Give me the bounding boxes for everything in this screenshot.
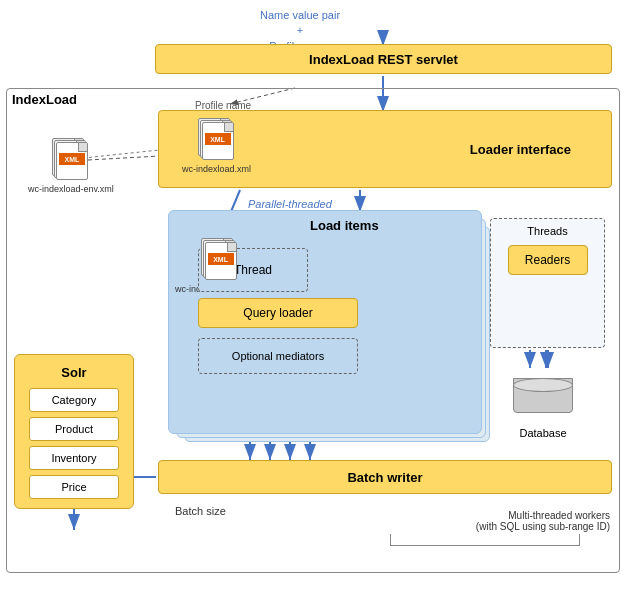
batch-writer-label: Batch writer xyxy=(347,470,422,485)
solr-box: Solr Category Product Inventory Price xyxy=(14,354,134,509)
query-loader-box: Query loader xyxy=(198,298,358,328)
database-area: Database xyxy=(498,370,588,439)
load-items-label: Load items xyxy=(310,218,379,233)
batch-writer-box: Batch writer xyxy=(158,460,612,494)
diagram-container: Name value pair + Profile name xyxy=(0,0,630,593)
query-loader-label: Query loader xyxy=(243,306,312,320)
parallel-label: Parallel-threaded xyxy=(248,198,332,210)
indexload-label: IndexLoad xyxy=(12,92,77,107)
solr-item-price: Price xyxy=(29,475,119,499)
top-label-plus: + xyxy=(297,24,303,36)
solr-item-inventory: Inventory xyxy=(29,446,119,470)
xml-main-icon: XML wc-indexload.xml xyxy=(182,118,251,174)
solr-title: Solr xyxy=(15,365,133,380)
optional-mediators-box: Optional mediators xyxy=(198,338,358,374)
threads-label: Threads xyxy=(491,225,604,237)
xml-env-icon: XML wc-indexload-env.xml xyxy=(28,138,114,194)
xml-env-label: wc-indexload-env.xml xyxy=(28,184,114,194)
solr-item-category: Category xyxy=(29,388,119,412)
loader-interface-label: Loader interface xyxy=(470,142,571,157)
batch-size-label: Batch size xyxy=(175,505,226,517)
top-label-line1: Name value pair xyxy=(260,9,340,21)
readers-box: Readers xyxy=(508,245,588,275)
xml-main-label: wc-indexload.xml xyxy=(182,164,251,174)
database-icon xyxy=(513,378,573,423)
threads-readers-box: Threads Readers xyxy=(490,218,605,348)
rest-servlet-box: IndexLoad REST servlet xyxy=(155,44,612,74)
multi-threaded-label: Multi-threaded workers(with SQL using su… xyxy=(390,510,610,546)
optional-mediators-label: Optional mediators xyxy=(232,350,324,362)
readers-label: Readers xyxy=(525,253,570,267)
rest-servlet-label: IndexLoad REST servlet xyxy=(309,52,458,67)
database-label: Database xyxy=(498,427,588,439)
thread-label: Thread xyxy=(234,263,272,277)
solr-item-product: Product xyxy=(29,417,119,441)
